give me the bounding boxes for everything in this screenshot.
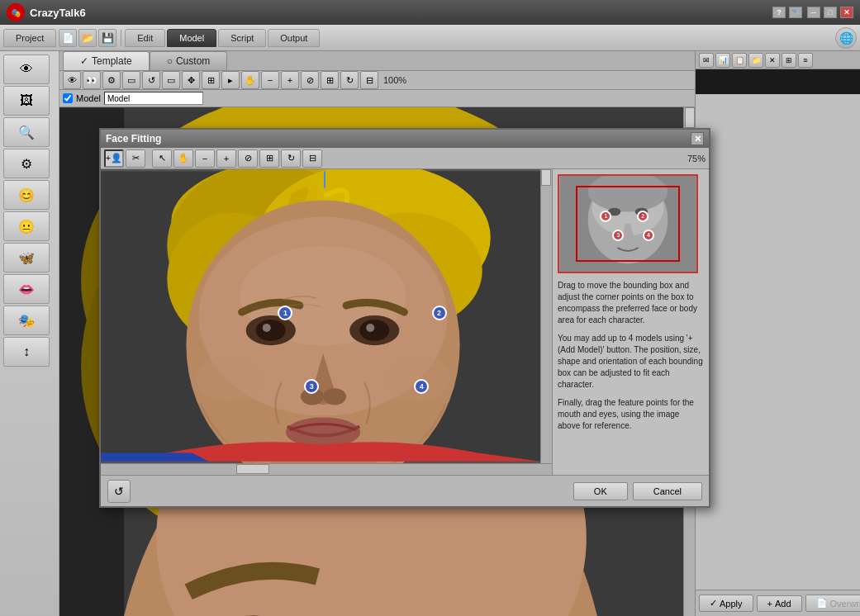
sidebar-search-btn[interactable]: 🔍 (3, 117, 50, 147)
dialog-v-scrollbar[interactable] (540, 169, 552, 463)
settings-icon[interactable]: 🔧 (789, 7, 802, 18)
eye2-tool[interactable]: 👀 (83, 71, 101, 89)
zoom-label: 100% (380, 75, 410, 85)
sidebar-face2-btn[interactable]: 😐 (3, 211, 50, 241)
eye-tool[interactable]: 👁 (63, 71, 81, 89)
sidebar-lips-btn[interactable]: 👄 (3, 274, 50, 304)
zoom-out-tool[interactable]: − (261, 71, 279, 89)
hand-btn[interactable]: ✋ (173, 149, 193, 168)
save-icon[interactable]: 💾 (98, 29, 116, 47)
svg-point-28 (323, 388, 346, 405)
output-menu[interactable]: Output (268, 29, 320, 47)
new-icon[interactable]: 📄 (59, 29, 77, 47)
svg-point-31 (384, 355, 450, 401)
fit-tool[interactable]: ⊞ (321, 71, 339, 89)
right-content (696, 69, 860, 590)
model-menu[interactable]: Model (167, 29, 216, 47)
dzoom-in-btn[interactable]: + (216, 149, 236, 168)
dzoom-out-btn[interactable]: − (195, 149, 215, 168)
hand-tool[interactable]: ✋ (241, 71, 259, 89)
maximize-button[interactable]: □ (824, 7, 837, 18)
model-row: Model (59, 90, 695, 107)
svg-point-23 (263, 324, 271, 332)
apply-button[interactable]: ✓ Apply (699, 595, 753, 612)
face-preview-box: 1 2 3 4 (558, 174, 698, 273)
dialog-v-scroll-thumb[interactable] (541, 169, 551, 186)
feature-point-4[interactable]: 4 (414, 379, 429, 394)
sidebar-eyelash-btn[interactable]: 🦋 (3, 243, 50, 272)
r-tool6[interactable]: ⊞ (782, 53, 796, 68)
dialog-canvas-container: 1 2 3 4 (101, 169, 552, 475)
r-tool4[interactable]: 📁 (748, 53, 763, 68)
r-tool5[interactable]: ✕ (765, 53, 780, 68)
r-tool2[interactable]: 📊 (715, 53, 730, 68)
preview-point-1[interactable]: 1 (600, 211, 611, 222)
add-icon: + (767, 599, 772, 609)
title-bar: 🎭 CrazyTalk6 ? 🔧 ─ □ ✕ (0, 0, 860, 25)
feature-point-1[interactable]: 1 (278, 306, 292, 320)
dialog-h-scrollbar[interactable] (101, 463, 552, 475)
dialog-body: 1 2 3 4 (101, 169, 709, 475)
r-tool7[interactable]: ≡ (798, 53, 813, 68)
expand-tool[interactable]: ⊟ (360, 71, 378, 89)
overwrite-button[interactable]: 📄 Overwrite (805, 595, 860, 612)
model-label: Model (76, 93, 101, 103)
model-checkbox[interactable] (63, 93, 73, 103)
move-tool[interactable]: ✥ (182, 71, 200, 89)
dialog-canvas-inner: 1 2 3 4 (101, 169, 552, 463)
rect-tool[interactable]: ▭ (162, 71, 180, 89)
preview-point-2[interactable]: 2 (637, 211, 649, 222)
sidebar-eye-btn[interactable]: 👁 (3, 54, 50, 84)
dialog-h-scroll-thumb[interactable] (236, 464, 269, 474)
v-scroll-thumb[interactable] (685, 107, 695, 128)
script-menu[interactable]: Script (218, 29, 266, 47)
svg-point-22 (256, 320, 286, 341)
globe-icon[interactable]: 🌐 (835, 27, 857, 49)
add-button[interactable]: + Add (757, 595, 802, 612)
ok-button[interactable]: OK (573, 482, 628, 500)
sidebar-tool-btn[interactable]: ⚙ (3, 149, 50, 178)
help-button[interactable]: ? (772, 7, 786, 18)
cancel-tool[interactable]: ⊘ (301, 71, 319, 89)
lasso-tool[interactable]: ↺ (142, 71, 160, 89)
custom-tab[interactable]: ○ Custom (150, 51, 228, 70)
sidebar-face-btn[interactable]: 😊 (3, 180, 50, 210)
more-tool[interactable]: ▸ (221, 71, 240, 89)
cursor-btn[interactable]: ↖ (152, 149, 172, 168)
preview-point-3[interactable]: 3 (612, 230, 624, 241)
face-fitting-dialog: Face Fitting ✕ +👤 ✂ ↖ ✋ − + ⊘ ⊞ ↻ ⊟ 75% (99, 128, 710, 508)
dfit-btn[interactable]: ⊞ (259, 149, 279, 168)
cancel-dialog-button[interactable]: Cancel (633, 482, 702, 500)
rotate-tool[interactable]: ↻ (340, 71, 359, 89)
sidebar-portrait-btn[interactable]: 🖼 (3, 86, 50, 116)
select-tool[interactable]: ▭ (122, 71, 140, 89)
drotate-btn[interactable]: ↻ (281, 149, 301, 168)
project-menu[interactable]: Project (3, 29, 56, 47)
add-model-btn[interactable]: +👤 (104, 149, 124, 168)
settings-tool[interactable]: ⚙ (102, 71, 121, 89)
dcancel-btn[interactable]: ⊘ (238, 149, 258, 168)
dmore-btn[interactable]: ⊟ (302, 149, 322, 168)
remove-model-btn[interactable]: ✂ (126, 149, 145, 168)
app-logo: 🎭 (7, 3, 25, 21)
close-button[interactable]: ✕ (840, 7, 853, 18)
instruction-2: You may add up to 4 models using '+ (Add… (558, 333, 704, 391)
zoom-in-tool[interactable]: + (281, 71, 299, 89)
template-tab[interactable]: ✓ Template (63, 51, 150, 70)
r-tool3[interactable]: 📋 (732, 53, 747, 68)
minimize-button[interactable]: ─ (807, 7, 820, 18)
model-name-input[interactable] (104, 92, 203, 105)
sidebar-arrow-btn[interactable]: ↕ (3, 337, 50, 367)
dialog-close-button[interactable]: ✕ (691, 132, 704, 145)
grid-tool[interactable]: ⊞ (202, 71, 220, 89)
reset-button[interactable]: ↺ (107, 480, 131, 503)
feature-point-3[interactable]: 3 (304, 379, 319, 394)
feature-point-2[interactable]: 2 (432, 306, 447, 320)
r-tool1[interactable]: ✉ (699, 53, 714, 68)
dialog-titlebar: Face Fitting ✕ (101, 130, 709, 148)
edit-menu[interactable]: Edit (125, 29, 165, 47)
preview-point-4[interactable]: 4 (643, 230, 654, 241)
open-icon[interactable]: 📂 (78, 29, 97, 47)
sidebar-face3-btn[interactable]: 🎭 (3, 306, 50, 335)
app-title: CrazyTalk6 (30, 7, 86, 19)
